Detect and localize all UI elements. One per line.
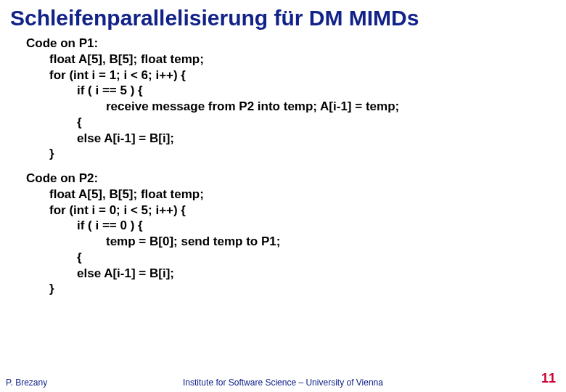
p2-line-else: else A[i-1] = B[i]; — [26, 266, 566, 282]
p2-line-end: } — [26, 281, 566, 297]
footer: P. Brezany Institute for Software Scienc… — [0, 377, 566, 388]
p2-line-for: for (int i = 0; i < 5; i++) { — [26, 203, 566, 219]
p1-header: Code on P1: — [26, 36, 566, 52]
slide-body: Code on P1: float A[5], B[5]; float temp… — [0, 31, 566, 297]
p2-line-if: if ( i == 0 ) { — [26, 218, 566, 234]
p1-line-recv: receive message from P2 into temp; A[i-1… — [26, 99, 566, 115]
p1-line-for: for (int i = 1; i < 6; i++) { — [26, 68, 566, 83]
footer-institute: Institute for Software Science – Univers… — [0, 377, 566, 388]
p2-header: Code on P2: — [26, 171, 566, 187]
footer-author: P. Brezany — [6, 377, 47, 388]
p1-line-else: else A[i-1] = B[i]; — [26, 131, 566, 147]
p1-line-if: if ( i == 5 ) { — [26, 83, 566, 99]
slide-title: Schleifenparallelisierung für DM MIMDs — [0, 0, 566, 31]
p2-line-brace: { — [26, 250, 566, 266]
p1-line-end: } — [26, 146, 566, 162]
page-number: 11 — [541, 371, 556, 386]
p1-line-decl: float A[5], B[5]; float temp; — [26, 52, 566, 68]
p2-line-decl: float A[5], B[5]; float temp; — [26, 187, 566, 203]
p1-line-brace: { — [26, 115, 566, 131]
p2-line-send: temp = B[0]; send temp to P1; — [26, 234, 566, 250]
